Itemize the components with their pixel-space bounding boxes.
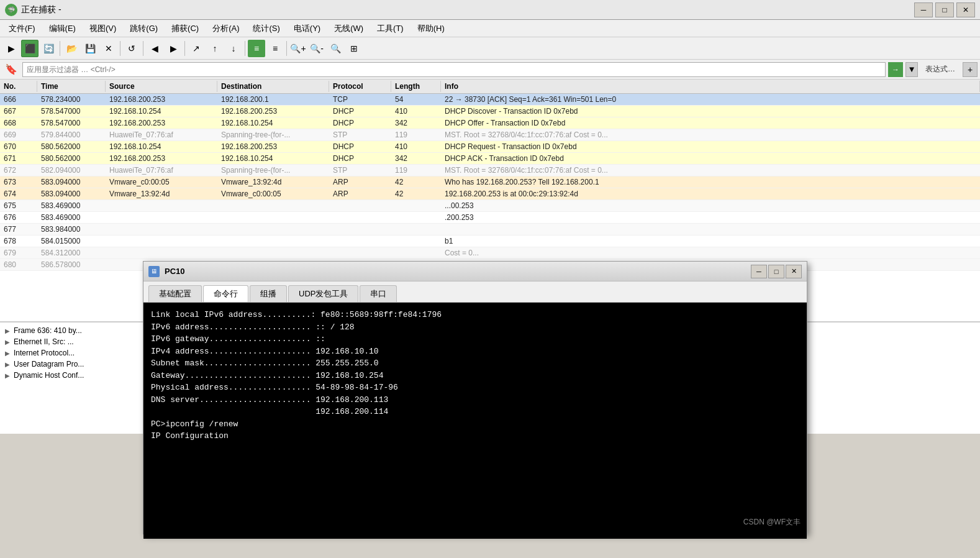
popup-tab[interactable]: 组播 [250, 285, 287, 302]
title-controls: ─ □ ✕ [914, 2, 975, 17]
menu-item[interactable]: 视图(V) [83, 21, 122, 36]
toolbar-sep-2 [120, 41, 120, 56]
col-proto: Protocol [329, 81, 391, 92]
menu-item[interactable]: 工具(T) [371, 21, 410, 36]
terminal-line: DNS server....................... 192.16… [151, 394, 799, 406]
popup-minimize-btn[interactable]: ─ [751, 265, 767, 278]
minimize-button[interactable]: ─ [914, 2, 933, 17]
popup-close-btn[interactable]: ✕ [786, 265, 802, 278]
toolbar-btn-goto[interactable]: ↗ [188, 40, 205, 57]
filter-add-btn[interactable]: + [963, 62, 978, 77]
table-row[interactable]: 679584.312000Cost = 0... [0, 247, 980, 259]
toolbar-sep-3 [143, 41, 143, 56]
popup-tabs: 基础配置命令行组播UDP发包工具串口 [143, 281, 807, 302]
expand-arrow: ▶ [5, 350, 10, 357]
popup-icon: 🖥 [148, 266, 160, 277]
maximize-button[interactable]: □ [935, 2, 954, 17]
toolbar-btn-start[interactable]: ▶ [2, 40, 20, 57]
filter-input[interactable] [22, 62, 886, 77]
toolbar-btn-up[interactable]: ↑ [206, 40, 224, 57]
table-row[interactable]: 671580.562000192.168.200.253192.168.10.2… [0, 153, 980, 165]
toolbar-btn-forward[interactable]: ▶ [165, 40, 182, 57]
terminal-line: IP Configuration [151, 430, 799, 442]
terminal-line: Physical address................. 54-89-… [151, 382, 799, 394]
toolbar-sep-6 [286, 41, 287, 56]
terminal-line: PC>ipconfig /renew [151, 418, 799, 431]
expand-arrow: ▶ [5, 372, 10, 379]
toolbar-btn-close[interactable]: ✕ [100, 40, 117, 57]
popup-tab[interactable]: 基础配置 [148, 285, 202, 302]
menu-item[interactable]: 电话(Y) [288, 21, 327, 36]
menu-item[interactable]: 分析(A) [206, 21, 245, 36]
col-len: Length [391, 81, 441, 92]
toolbar-btn-open[interactable]: 📂 [63, 40, 80, 57]
popup-controls: ─ □ ✕ [751, 265, 802, 278]
toolbar-btn-down[interactable]: ↓ [225, 40, 242, 57]
toolbar-btn-zoomout[interactable]: 🔍- [308, 40, 325, 57]
toolbar-btn-save[interactable]: 💾 [81, 40, 99, 57]
popup-tab[interactable]: 串口 [360, 285, 397, 302]
toolbar-btn-restart[interactable]: 🔄 [40, 40, 57, 57]
toolbar-btn-zoomin[interactable]: 🔍+ [289, 40, 307, 57]
packet-list-header: No. Time Source Destination Protocol Len… [0, 80, 980, 94]
toolbar-btn-refresh[interactable]: ↺ [123, 40, 140, 57]
menu-item[interactable]: 无线(W) [328, 21, 370, 36]
table-row[interactable]: 678584.015000b1 [0, 236, 980, 247]
table-row[interactable]: 673583.094000Vmware_c0:00:05Vmware_13:92… [0, 176, 980, 188]
toolbar-sep-5 [245, 41, 245, 56]
menu-item[interactable]: 跳转(G) [124, 21, 164, 36]
title-bar-left: 🦈 正在捕获 - [5, 4, 61, 16]
menu-item[interactable]: 编辑(E) [43, 21, 82, 36]
app-icon: 🦈 [5, 4, 17, 16]
table-row[interactable]: 672582.094000HuaweiTe_07:76:afSpanning-t… [0, 165, 980, 176]
menu-item[interactable]: 帮助(H) [411, 21, 451, 36]
close-button[interactable]: ✕ [956, 2, 975, 17]
col-no: No. [0, 81, 37, 92]
toolbar-btn-columns[interactable]: ⊞ [345, 40, 363, 57]
toolbar-btn-zoom100[interactable]: 🔍 [327, 40, 344, 57]
toolbar-btn-stop[interactable]: ⬛ [21, 40, 39, 57]
table-row[interactable]: 666578.234000192.168.200.253192.168.200.… [0, 94, 980, 106]
toolbar: ▶ ⬛ 🔄 📂 💾 ✕ ↺ ◀ ▶ ↗ ↑ ↓ ≡ ≡ 🔍+ 🔍- 🔍 ⊞ [0, 37, 980, 60]
terminal-line: IPv6 address..................... :: / 1… [151, 321, 799, 334]
toolbar-sep-1 [60, 41, 60, 56]
menu-item[interactable]: 文件(F) [2, 21, 42, 36]
terminal-line: IPv4 address..................... 192.16… [151, 345, 799, 358]
packet-rows: 666578.234000192.168.200.253192.168.200.… [0, 94, 980, 271]
col-time: Time [37, 81, 106, 92]
popup-tab[interactable]: 命令行 [203, 285, 248, 303]
filter-dropdown-btn[interactable]: ▼ [905, 62, 918, 77]
table-row[interactable]: 674583.094000Vmware_13:92:4dVmware_c0:00… [0, 188, 980, 200]
filter-apply-btn[interactable]: → [888, 62, 903, 77]
popup-title-bar: 🖥 PC10 ─ □ ✕ [143, 262, 807, 281]
expand-arrow: ▶ [5, 327, 10, 334]
filter-bar: 🔖 → ▼ 表达式… + [0, 60, 980, 80]
toolbar-btn-layout1[interactable]: ≡ [248, 40, 265, 57]
table-row[interactable]: 675583.469000...00.253 [0, 200, 980, 212]
watermark: CSDN @WF文丰 [743, 517, 801, 528]
table-row[interactable]: 667578.547000192.168.10.254192.168.200.2… [0, 106, 980, 117]
toolbar-btn-layout2[interactable]: ≡ [266, 40, 284, 57]
filter-expr-btn[interactable]: 表达式… [920, 64, 960, 75]
table-row[interactable]: 676583.469000.200.253 [0, 212, 980, 224]
terminal-line: Link local IPv6 address..........: fe80:… [151, 309, 799, 321]
app-title: 正在捕获 - [21, 4, 61, 16]
toolbar-sep-4 [184, 41, 185, 56]
popup-tab[interactable]: UDP发包工具 [288, 285, 358, 302]
col-src: Source [106, 81, 217, 92]
terminal-line: Subnet mask...................... 255.25… [151, 357, 799, 370]
menu-item[interactable]: 捕获(C) [165, 21, 205, 36]
popup-maximize-btn[interactable]: □ [768, 265, 784, 278]
filter-bookmark-btn[interactable]: 🔖 [2, 61, 20, 78]
table-row[interactable]: 677583.984000 [0, 224, 980, 236]
table-row[interactable]: 670580.562000192.168.10.254192.168.200.2… [0, 141, 980, 153]
popup-title-left: 🖥 PC10 [148, 266, 185, 277]
toolbar-btn-back[interactable]: ◀ [146, 40, 163, 57]
terminal[interactable]: Link local IPv6 address..........: fe80:… [143, 303, 807, 539]
col-info: Info [441, 81, 980, 92]
terminal-line: 192.168.200.114 [151, 406, 799, 418]
table-row[interactable]: 668578.547000192.168.200.253192.168.10.2… [0, 117, 980, 129]
menu-item[interactable]: 统计(S) [247, 21, 286, 36]
terminal-line: Gateway.......................... 192.16… [151, 370, 799, 382]
table-row[interactable]: 669579.844000HuaweiTe_07:76:afSpanning-t… [0, 129, 980, 141]
